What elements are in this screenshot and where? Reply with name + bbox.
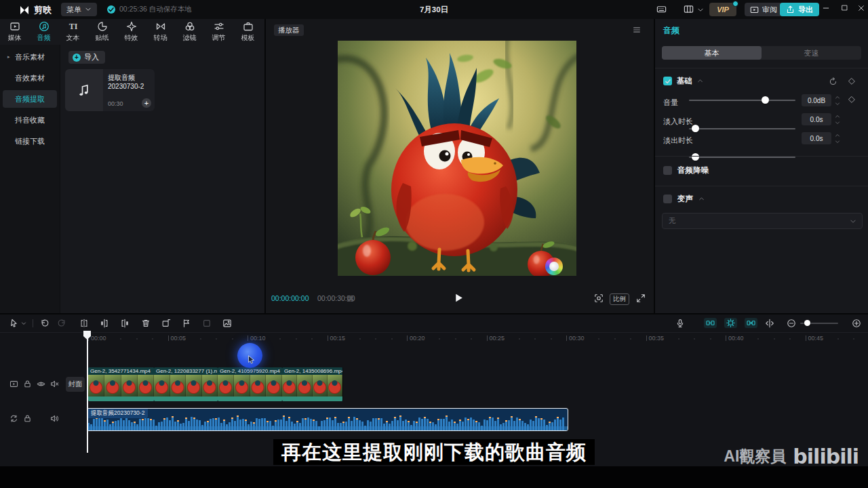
sidebar-item-2[interactable]: 音效素材 xyxy=(3,69,57,87)
redo-icon[interactable] xyxy=(57,319,66,328)
ribbon-tab-4[interactable]: 贴纸 xyxy=(87,20,117,43)
linkage-icon[interactable] xyxy=(745,318,757,328)
sidebar-item-1[interactable]: ▸音乐素材 xyxy=(3,48,57,66)
zoom-out-icon[interactable] xyxy=(787,319,796,328)
stepper-up-icon[interactable] xyxy=(835,133,840,138)
frame-grid-icon[interactable] xyxy=(346,294,355,303)
waveform-bar xyxy=(231,419,233,430)
video-track-visibility-icon[interactable] xyxy=(37,380,45,388)
freeze-frame-icon[interactable] xyxy=(161,319,171,328)
undo-icon[interactable] xyxy=(40,319,50,328)
mirror-image-icon[interactable] xyxy=(222,319,232,328)
ribbon-tab-7[interactable]: 滤镜 xyxy=(175,20,204,43)
review-button[interactable]: 审阅 xyxy=(745,3,783,16)
shortcut-keyboard-icon[interactable] xyxy=(656,4,667,14)
sidebar-item-4[interactable]: 抖音收藏 xyxy=(3,111,57,129)
video-clip-3[interactable]: Gen-2, 4105975920.mp4 xyxy=(218,367,283,401)
volume-value[interactable]: 0.0dB xyxy=(802,94,831,106)
volume-keyframe-icon[interactable] xyxy=(848,96,856,104)
player-menu-icon[interactable] xyxy=(632,25,642,35)
trim-right-icon[interactable] xyxy=(120,319,130,328)
magnet-snap-icon[interactable] xyxy=(704,318,717,328)
audio-clip[interactable]: 提取音频20230730-2 xyxy=(87,408,568,431)
timeline-zoom-slider[interactable] xyxy=(800,323,838,324)
vip-button[interactable]: VIP xyxy=(709,3,736,16)
ribbon-tab-6[interactable]: 转场 xyxy=(146,20,175,43)
ruler-minor-tick xyxy=(152,338,153,340)
fade-out-slider[interactable] xyxy=(689,152,795,162)
ribbon-tab-2[interactable]: 音频 xyxy=(29,20,58,43)
ribbon-tab-9[interactable]: 模板 xyxy=(233,20,262,43)
fade-in-slider[interactable] xyxy=(689,124,795,134)
minimize-button[interactable] xyxy=(822,4,830,12)
voice-change-dropdown[interactable]: 无 xyxy=(662,213,863,229)
zoom-in-icon[interactable] xyxy=(852,319,861,328)
ribbon-tab-1[interactable]: 媒体 xyxy=(0,20,29,43)
extracted-audio-item[interactable]: 提取音频 20230730-2 00:30 + xyxy=(65,69,155,111)
export-button[interactable]: 导出 xyxy=(780,3,819,16)
keyframe-diamond-icon[interactable] xyxy=(848,77,856,85)
ribbon-tab-8[interactable]: 调节 xyxy=(204,20,233,43)
trim-left-icon[interactable] xyxy=(100,319,109,328)
audio-track-mute-icon[interactable] xyxy=(50,414,59,423)
audio-track-loop-icon[interactable] xyxy=(9,414,18,423)
ribbon-tab-5[interactable]: 特效 xyxy=(117,20,146,43)
auto-snap-icon[interactable] xyxy=(724,318,737,328)
fullscreen-icon[interactable] xyxy=(636,293,646,303)
tab-speed[interactable]: 变速 xyxy=(762,46,861,60)
play-button[interactable] xyxy=(453,292,465,304)
voice-change-checkbox[interactable] xyxy=(663,195,672,203)
video-track-mute-icon[interactable] xyxy=(50,380,59,388)
tab-basic[interactable]: 基本 xyxy=(662,46,762,60)
stepper-down-icon[interactable] xyxy=(835,101,840,106)
layout-panels-icon[interactable] xyxy=(684,4,694,14)
video-track-lock-icon[interactable] xyxy=(23,380,32,388)
waveform-bar xyxy=(386,422,388,430)
collapse-chevron-icon[interactable] xyxy=(697,78,703,84)
text-tool-icon[interactable] xyxy=(202,319,212,328)
aspect-ratio-button[interactable]: 比例 xyxy=(610,293,629,305)
waveform-bar xyxy=(212,418,214,430)
cover-button[interactable]: 封面 xyxy=(66,377,85,392)
fade-in-value[interactable]: 0.0s xyxy=(802,113,831,125)
volume-slider[interactable] xyxy=(689,96,795,105)
marker-flag-icon[interactable] xyxy=(182,319,191,328)
ribbon-tab-3[interactable]: TI文本 xyxy=(58,20,87,43)
delete-icon[interactable] xyxy=(141,319,151,328)
waveform-bar xyxy=(497,419,499,430)
timeline-ruler[interactable]: 00:0000:0500:1000:1500:2000:2500:3000:35… xyxy=(0,333,868,344)
preview-axis-icon[interactable] xyxy=(765,319,774,328)
reset-icon[interactable] xyxy=(829,77,837,86)
ruler-minor-tick xyxy=(120,338,121,340)
add-to-timeline-button[interactable]: + xyxy=(142,98,151,108)
ruler-tick xyxy=(328,336,328,341)
video-clip-4[interactable]: Gen-2, 1435008696.mp4 xyxy=(282,367,343,401)
stepper-up-icon[interactable] xyxy=(835,95,840,100)
select-tool-icon[interactable] xyxy=(9,319,19,328)
stepper-down-icon[interactable] xyxy=(835,120,840,125)
split-icon[interactable] xyxy=(79,319,89,328)
fade-in-stepper[interactable] xyxy=(833,113,842,125)
record-mic-icon[interactable] xyxy=(675,319,685,328)
basic-group-checkbox[interactable] xyxy=(663,77,672,85)
volume-stepper[interactable] xyxy=(833,94,842,106)
stepper-down-icon[interactable] xyxy=(835,139,840,144)
close-button[interactable] xyxy=(857,4,865,12)
preview-quality-icon[interactable] xyxy=(594,293,604,303)
stepper-up-icon[interactable] xyxy=(835,114,840,119)
sidebar-item-5[interactable]: 链接下载 xyxy=(3,132,57,150)
layout-chevron-icon[interactable] xyxy=(697,7,704,14)
import-button[interactable]: + 导入 xyxy=(68,51,105,64)
fade-out-stepper[interactable] xyxy=(833,132,842,144)
select-tool-chevron-icon[interactable] xyxy=(21,321,26,326)
denoise-checkbox[interactable] xyxy=(663,166,672,175)
effects-icon xyxy=(126,21,137,32)
video-clip-1[interactable]: Gen-2, 3542771434.mp4 xyxy=(88,367,155,401)
video-clip-2[interactable]: Gen-2, 1220833277 (1).n xyxy=(154,367,218,401)
playhead-line[interactable] xyxy=(87,332,88,453)
fade-out-value[interactable]: 0.0s xyxy=(802,132,831,144)
audio-track-lock-icon[interactable] xyxy=(23,414,32,423)
maximize-button[interactable] xyxy=(841,4,848,12)
sidebar-item-3[interactable]: 音频提取 xyxy=(3,90,57,108)
collapse-chevron-icon[interactable] xyxy=(698,196,705,202)
